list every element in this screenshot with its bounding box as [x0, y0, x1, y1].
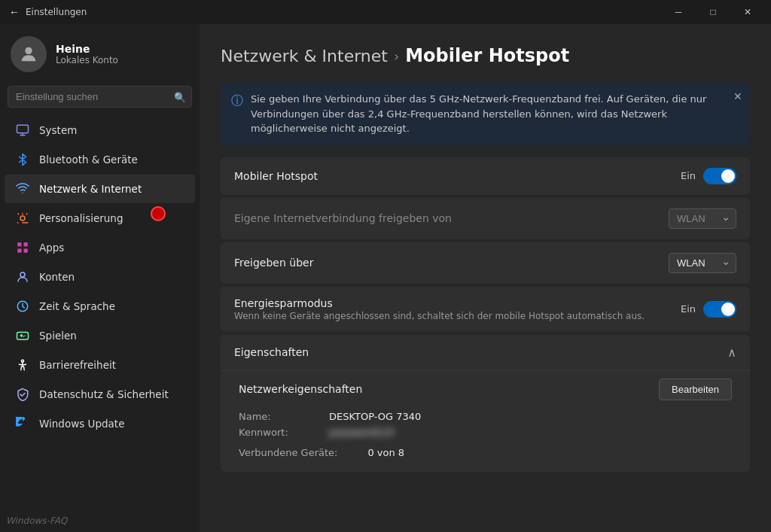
info-icon: ⓘ [231, 93, 243, 109]
datenschutz-icon [15, 387, 30, 402]
sidebar-item-spielen[interactable]: Spielen [5, 321, 195, 350]
freigeben-row: Freigeben über WLAN [221, 242, 750, 284]
netzwerk-eigenschaften-label: Netzwerkeigenschaften [239, 383, 362, 395]
page-header: Netzwerk & Internet › Mobiler Hotspot [221, 45, 750, 66]
info-text: Sie geben Ihre Verbindung über das 5 GHz… [251, 92, 739, 136]
sidebar-item-bluetooth-label: Bluetooth & Geräte [39, 154, 138, 166]
energiesparmodus-card: Energiesparmodus Wenn keine Geräte anges… [221, 287, 750, 332]
windows-update-icon [15, 416, 30, 431]
main-layout: Heine Lokales Konto 🔍 System [0, 24, 771, 532]
eigene-verbindung-card: Eigene Internetverbindung freigeben von … [221, 198, 750, 239]
sidebar-nav: System Bluetooth & Geräte Netzwerk & [0, 115, 200, 526]
sidebar-item-konten[interactable]: Konten [5, 263, 195, 291]
energiesparmodus-label: Energiesparmodus [234, 297, 645, 309]
sidebar-item-system[interactable]: System [5, 116, 195, 144]
netzwerk-section: Netzwerkeigenschaften Bearbeiten [239, 378, 732, 400]
mobiler-hotspot-label: Mobiler Hotspot [234, 170, 318, 182]
eigenschaften-header-label: Eigenschaften [234, 346, 309, 358]
search-icon: 🔍 [174, 91, 186, 102]
back-button[interactable]: ← [9, 6, 20, 18]
sidebar-item-datenschutz-label: Datenschutz & Sicherheit [39, 388, 169, 400]
svg-rect-1 [17, 125, 29, 133]
sidebar-search[interactable]: 🔍 [8, 86, 192, 108]
sidebar-item-zeit[interactable]: Zeit & Sprache [5, 292, 195, 321]
energiesparmodus-toggle-knob [721, 302, 735, 316]
system-icon [15, 123, 30, 138]
user-profile[interactable]: Heine Lokales Konto [0, 24, 200, 83]
sidebar-item-barrierefreiheit[interactable]: Barrierefreiheit [5, 351, 195, 379]
breadcrumb-separator: › [394, 48, 399, 64]
energiesparmodus-info: Energiesparmodus Wenn keine Geräte anges… [234, 297, 645, 321]
zeit-icon [15, 299, 30, 314]
name-value: DESKTOP-OG 7340 [329, 411, 732, 422]
mobiler-hotspot-toggle-label: Ein [681, 170, 696, 181]
sidebar-item-windows-update-label: Windows Update [39, 418, 124, 430]
apps-icon [15, 240, 30, 255]
titlebar: ← Einstellungen ─ □ ✕ [0, 0, 771, 24]
mobiler-hotspot-toggle[interactable] [703, 168, 736, 184]
verbundene-row: Verbundene Geräte: 0 von 8 [239, 447, 732, 458]
close-button[interactable]: ✕ [730, 0, 765, 24]
svg-rect-4 [24, 242, 28, 246]
konten-icon [15, 269, 30, 284]
energiesparmodus-sublabel: Wenn keine Geräte angeschlossen sind, sc… [234, 311, 645, 321]
sidebar-item-apps-label: Apps [39, 242, 64, 254]
svg-rect-3 [17, 242, 21, 246]
info-close-button[interactable]: ✕ [733, 90, 742, 102]
sidebar-item-barrierefreiheit-label: Barrierefreiheit [39, 359, 116, 371]
minimize-button[interactable]: ─ [661, 0, 696, 24]
sidebar-item-personalization-label: Personalisierung [39, 212, 123, 224]
sidebar-item-konten-label: Konten [39, 271, 75, 283]
user-name: Heine [56, 43, 118, 55]
maximize-button[interactable]: □ [696, 0, 730, 24]
sidebar-item-personalization[interactable]: Personalisierung [5, 204, 195, 233]
name-key: Name: [239, 411, 329, 422]
eigene-verbindung-dropdown-wrapper[interactable]: WLAN [669, 208, 736, 229]
eigene-verbindung-dropdown[interactable]: WLAN [669, 208, 736, 229]
svg-point-7 [20, 272, 25, 277]
avatar [11, 36, 47, 72]
bluetooth-icon [15, 152, 30, 167]
personalization-icon [15, 211, 30, 226]
eigenschaften-card: Eigenschaften ∧ Netzwerkeigenschaften Be… [221, 335, 750, 472]
barrierefreiheit-icon [15, 357, 30, 372]
kennwort-value: password123 [329, 427, 732, 438]
eigene-verbindung-row: Eigene Internetverbindung freigeben von … [221, 198, 750, 239]
freigeben-label: Freigeben über [234, 257, 313, 269]
kennwort-key: Kennwort: [239, 427, 329, 438]
breadcrumb-parent: Netzwerk & Internet [221, 47, 388, 65]
titlebar-left: ← Einstellungen [9, 6, 87, 18]
freigeben-dropdown-wrapper[interactable]: WLAN [669, 253, 736, 273]
mobiler-hotspot-card: Mobiler Hotspot Ein [221, 157, 750, 195]
verbundene-key: Verbundene Geräte: [239, 447, 337, 458]
spielen-icon [15, 328, 30, 343]
energiesparmodus-right: Ein [681, 301, 736, 318]
sidebar: Heine Lokales Konto 🔍 System [0, 24, 200, 532]
energiesparmodus-toggle[interactable] [703, 301, 736, 318]
breadcrumb-current: Mobiler Hotspot [405, 45, 569, 66]
sidebar-item-system-label: System [39, 124, 77, 136]
detail-grid: Name: DESKTOP-OG 7340 Kennwort: password… [239, 411, 732, 438]
eigenschaften-header[interactable]: Eigenschaften ∧ [221, 335, 750, 370]
network-icon [15, 181, 30, 196]
svg-rect-5 [17, 249, 21, 253]
freigeben-dropdown[interactable]: WLAN [669, 253, 736, 273]
sidebar-item-bluetooth[interactable]: Bluetooth & Geräte [5, 145, 195, 174]
energiesparmodus-toggle-label: Ein [681, 303, 696, 315]
svg-point-2 [20, 216, 25, 220]
titlebar-title: Einstellungen [26, 7, 87, 17]
bearbeiten-button[interactable]: Bearbeiten [659, 378, 732, 400]
eigenschaften-body: Netzwerkeigenschaften Bearbeiten Name: D… [221, 370, 750, 472]
sidebar-item-apps[interactable]: Apps [5, 233, 195, 262]
sidebar-item-datenschutz[interactable]: Datenschutz & Sicherheit [5, 380, 195, 409]
sidebar-item-spielen-label: Spielen [39, 330, 77, 342]
content-area: Netzwerk & Internet › Mobiler Hotspot ⓘ … [200, 24, 771, 532]
search-input[interactable] [8, 86, 192, 108]
mobiler-hotspot-row: Mobiler Hotspot Ein [221, 157, 750, 195]
eigenschaften-collapse-icon: ∧ [727, 345, 736, 360]
sidebar-item-windows-update[interactable]: Windows Update [5, 409, 195, 438]
sidebar-item-zeit-label: Zeit & Sprache [39, 300, 115, 312]
mobiler-hotspot-right: Ein [681, 168, 736, 184]
sidebar-item-network[interactable]: Netzwerk & Internet [5, 175, 195, 203]
freigeben-right: WLAN [669, 253, 736, 273]
